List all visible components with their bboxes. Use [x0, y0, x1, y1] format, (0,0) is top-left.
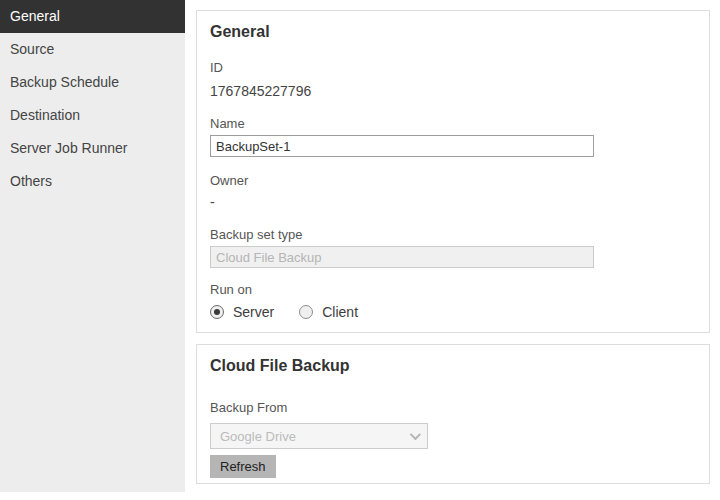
run-on-options: Server Client	[210, 304, 696, 320]
general-panel: General ID 1767845227796 Name Owner - Ba…	[196, 10, 710, 333]
backup-set-settings-page: General Source Backup Schedule Destinati…	[0, 0, 720, 500]
backup-set-type-label: Backup set type	[210, 227, 696, 242]
run-on-label: Run on	[210, 282, 696, 297]
id-label: ID	[210, 60, 696, 75]
run-on-radio-client[interactable]: Client	[299, 304, 358, 320]
owner-value: -	[210, 194, 696, 210]
run-on-radio-server[interactable]: Server	[210, 304, 274, 320]
name-label: Name	[210, 116, 696, 131]
main-content: General ID 1767845227796 Name Owner - Ba…	[196, 0, 710, 484]
backup-from-select: Google Drive	[210, 423, 428, 449]
radio-selected-icon	[210, 305, 224, 319]
sidebar-item-source[interactable]: Source	[0, 33, 185, 66]
radio-unselected-icon	[299, 305, 313, 319]
sidebar-item-general[interactable]: General	[0, 0, 185, 33]
sidebar-item-others[interactable]: Others	[0, 165, 185, 198]
backup-from-selected-value: Google Drive	[220, 429, 410, 444]
backup-from-label: Backup From	[210, 400, 696, 415]
sidebar: General Source Backup Schedule Destinati…	[0, 0, 185, 492]
general-panel-title: General	[210, 23, 696, 40]
id-value: 1767845227796	[210, 83, 696, 99]
backup-set-type-input	[210, 246, 594, 268]
cloud-file-backup-panel: Cloud File Backup Backup From Google Dri…	[196, 344, 710, 484]
run-on-client-label: Client	[322, 304, 358, 320]
name-input[interactable]	[210, 135, 594, 157]
sidebar-item-destination[interactable]: Destination	[0, 99, 185, 132]
refresh-button[interactable]: Refresh	[210, 455, 276, 478]
sidebar-item-backup-schedule[interactable]: Backup Schedule	[0, 66, 185, 99]
cloud-panel-title: Cloud File Backup	[210, 357, 696, 374]
owner-label: Owner	[210, 173, 696, 188]
sidebar-item-server-job-runner[interactable]: Server Job Runner	[0, 132, 185, 165]
chevron-down-icon	[410, 429, 421, 440]
run-on-server-label: Server	[233, 304, 274, 320]
